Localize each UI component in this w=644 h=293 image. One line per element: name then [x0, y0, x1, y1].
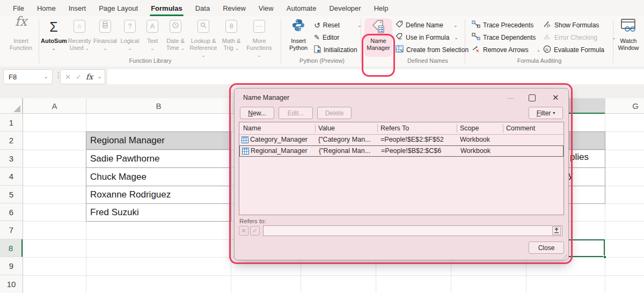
cell-b6[interactable]: Fred Suzuki [86, 203, 231, 222]
tab-formulas[interactable]: Formulas [144, 0, 189, 16]
tab-review[interactable]: Review [216, 0, 252, 16]
lookup-reference-button[interactable]: Lookup & Reference ⌄ [188, 18, 219, 58]
filter-button[interactable]: Filter ▾ [529, 107, 563, 119]
row-header-2[interactable]: 2 [0, 131, 23, 150]
create-from-selection-button[interactable]: Create from Selection [396, 45, 469, 54]
chevron-down-icon: ⌄ [103, 46, 107, 51]
minimize-icon[interactable]: — [507, 94, 514, 102]
cell-b4[interactable]: Chuck Magee [86, 167, 231, 186]
row-header-6[interactable]: 6 [0, 203, 23, 221]
svg-text:fx: fx [547, 23, 551, 28]
select-all-corner[interactable] [0, 98, 23, 114]
row-header-1[interactable]: 1 [0, 114, 23, 131]
show-formulas-button[interactable]: fx Show Formulas [543, 20, 599, 30]
row-header-7[interactable]: 7 [0, 221, 23, 239]
python-initialization-button[interactable]: Initialization [314, 45, 357, 54]
close-window-icon[interactable]: ✕ [552, 93, 559, 102]
cell-b3[interactable]: Sadie Pawthorne [86, 149, 231, 168]
chevron-down-icon[interactable]: ⌄ [537, 47, 541, 53]
math-trig-button[interactable]: θ Math & Trig ⌄ [219, 18, 244, 58]
name-manager-button[interactable]: Name Manager [364, 18, 392, 57]
group-separator [465, 19, 465, 63]
refers-to-input[interactable] [263, 225, 562, 236]
row-header-10[interactable]: 10 [0, 275, 23, 293]
evaluate-formula-button[interactable]: fx Evaluate Formula [543, 45, 604, 54]
name-box[interactable]: F8 ⌄ [3, 69, 53, 84]
tab-page-layout[interactable]: Page Layout [92, 0, 144, 16]
define-name-button[interactable]: Define Name ⌄ [396, 20, 458, 30]
tab-data[interactable]: Data [189, 0, 216, 16]
column-header-comment[interactable]: Comment [506, 124, 535, 132]
logical-button[interactable]: ? Logical ⌄ [118, 18, 142, 58]
chevron-down-icon: ⌄ [128, 46, 132, 51]
financial-button[interactable]: Financial ⌄ [92, 18, 118, 58]
trace-dependents-button[interactable]: Trace Dependents [472, 33, 536, 42]
close-button[interactable]: Close [529, 241, 564, 254]
name-row-category-manager[interactable]: Category_Manager {"Category Man... =Peop… [239, 134, 564, 145]
chevron-down-icon[interactable]: ⌄ [98, 74, 102, 79]
row-header-4[interactable]: 4 [0, 167, 23, 186]
insert-function-fx-icon[interactable]: fx [86, 72, 93, 81]
table-icon [242, 148, 249, 156]
tab-view[interactable]: View [252, 0, 280, 16]
error-checking-button[interactable]: fx Error Checking ⌄ [543, 33, 616, 42]
maximize-icon[interactable] [529, 94, 536, 101]
theta-icon: θ [225, 20, 237, 33]
formula-input[interactable] [107, 69, 644, 84]
column-header-name[interactable]: Name [243, 124, 261, 132]
row-header-9[interactable]: 9 [0, 257, 23, 275]
python-editor-button[interactable]: ✎ Editor [314, 33, 339, 42]
date-time-button[interactable]: Date & Time ⌄ [163, 18, 188, 58]
remove-arrows-button[interactable]: ✕ Remove Arrows ⌄ [472, 45, 540, 54]
enter-check-icon[interactable]: ✓ [250, 226, 260, 236]
tab-help[interactable]: Help [368, 0, 395, 16]
tab-developer[interactable]: Developer [323, 0, 367, 16]
name-row-regional-manager-selected[interactable]: Regional_Manager {"Regional Man... =Peop… [239, 145, 564, 157]
new-button[interactable]: New... [240, 107, 274, 119]
enter-check-icon[interactable]: ✓ [76, 73, 82, 81]
row-header-8-selected[interactable]: 8 [0, 239, 23, 257]
chevron-down-icon[interactable]: ⌄ [44, 74, 48, 79]
more-functions-button[interactable]: ⋯ More Functions ⌄ [244, 18, 275, 58]
column-header-refers-to[interactable]: Refers To [380, 124, 409, 132]
python-group-label: Python (Preview) [284, 57, 360, 65]
edit-button[interactable]: Edit... [279, 107, 313, 119]
insert-python-button[interactable]: Insert Python [284, 18, 312, 58]
fill-handle[interactable] [603, 255, 606, 259]
insert-function-button[interactable]: fx Insert Function [4, 18, 38, 58]
row-header-5[interactable]: 5 [0, 186, 23, 203]
column-header-g[interactable]: G [605, 98, 644, 114]
corner-triangle-icon [13, 105, 20, 112]
tab-automate[interactable]: Automate [280, 0, 323, 16]
cell-b2[interactable]: Regional Manager [86, 131, 231, 150]
chevron-down-icon: ⌄ [150, 46, 155, 51]
text-button[interactable]: A Text ⌄ [142, 18, 163, 58]
recently-used-button[interactable]: ☆ Recently Used ⌄ [67, 18, 92, 58]
tab-insert[interactable]: Insert [62, 0, 93, 16]
trace-precedents-button[interactable]: Trace Precedents [472, 20, 533, 30]
column-header-a[interactable]: A [23, 98, 86, 114]
column-header-b[interactable]: B [86, 98, 231, 114]
row-header-3[interactable]: 3 [0, 150, 23, 167]
fx-icon: fx [4, 18, 38, 36]
cell-b5[interactable]: Roxanne Rodriguez [86, 186, 231, 204]
chevron-down-icon: ⌄ [235, 46, 239, 51]
gridline [23, 275, 644, 276]
python-reset-button[interactable]: ↺ Reset ⌄ [314, 20, 362, 30]
column-header-value[interactable]: Value [318, 124, 335, 132]
watch-window-button[interactable]: Watch Window [615, 18, 642, 58]
collapse-dialog-icon[interactable] [552, 226, 561, 235]
dialog-title: Name Manager [243, 94, 289, 101]
cancel-icon[interactable]: ✕ [65, 73, 71, 81]
autosum-button[interactable]: Σ AutoSum ⌄ [41, 18, 67, 58]
use-in-formula-button[interactable]: fx Use in Formula ⌄ [396, 33, 458, 42]
page-gear-icon [314, 45, 321, 55]
tab-home[interactable]: Home [31, 0, 62, 16]
chevron-down-icon[interactable]: ⌄ [453, 23, 458, 28]
excel-window: File Home Insert Page Layout Formulas Da… [0, 0, 644, 293]
chevron-down-icon[interactable]: ⌄ [454, 35, 458, 40]
column-header-scope[interactable]: Scope [460, 124, 479, 132]
function-library-group-label: Function Library [97, 57, 204, 65]
delete-button[interactable]: Delete [317, 107, 352, 119]
cancel-icon[interactable]: ✕ [239, 226, 248, 236]
